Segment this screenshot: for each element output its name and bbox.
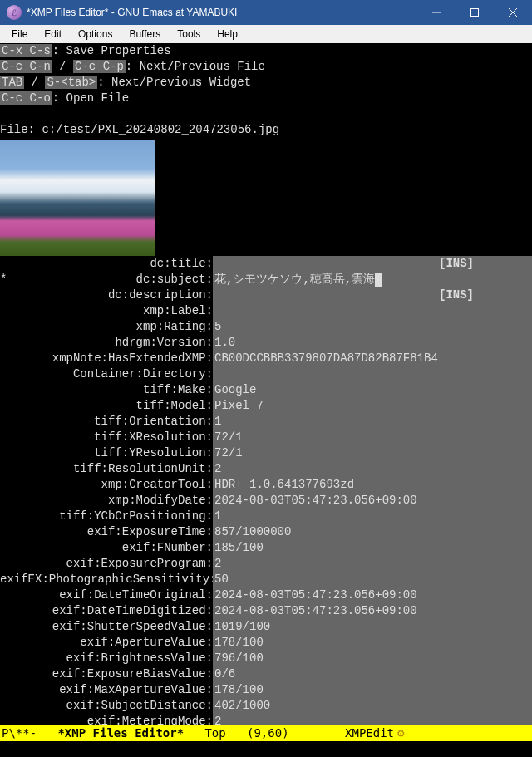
- ins-badge[interactable]: [INS]: [439, 288, 474, 303]
- menu-options[interactable]: Options: [70, 28, 121, 40]
- field-label: exif:SubjectDistance:: [0, 698, 213, 714]
- file-path: c:/test/PXL_20240802_204723056.jpg: [42, 123, 279, 136]
- field-row: dc:title: [INS]: [0, 256, 532, 272]
- emacs-icon: ℰ: [7, 5, 22, 20]
- field-value[interactable]: 5: [213, 319, 532, 335]
- field-label: xmp:ModifyDate:: [0, 493, 213, 509]
- field-value[interactable]: CB00DCCBBB3379807DA87D82B87F81B4: [213, 351, 532, 366]
- field-value[interactable]: [INS]: [213, 256, 532, 272]
- minibuf[interactable]: [0, 741, 532, 757]
- field-value[interactable]: 2: [213, 556, 532, 572]
- field-value[interactable]: 178/100: [213, 682, 532, 698]
- field-value[interactable]: 1: [213, 414, 532, 430]
- field-label: exif:ApertureValue:: [0, 635, 213, 651]
- field-row: exif:MeteringMode: 2: [0, 714, 532, 725]
- field-row: hdrgm:Version: 1.0: [0, 335, 532, 351]
- close-button[interactable]: [494, 0, 532, 25]
- field-label: exif:MeteringMode:: [0, 714, 213, 725]
- field-value[interactable]: 1: [213, 509, 532, 524]
- help-line-save: C-x C-s: Save Properties: [0, 43, 532, 59]
- field-value[interactable]: 402/1000: [213, 698, 532, 714]
- modified-star-icon: *: [0, 272, 7, 288]
- editor-area[interactable]: C-x C-s: Save Properties C-c C-n / C-c C…: [0, 43, 532, 725]
- menu-file[interactable]: File: [3, 28, 36, 40]
- modeline-buffer: *XMP Files Editor*: [57, 725, 184, 741]
- field-value[interactable]: 50: [213, 572, 532, 587]
- field-value[interactable]: [213, 303, 532, 319]
- svg-rect-1: [471, 9, 479, 17]
- field-value[interactable]: 2024-08-03T05:47:23.056+09:00: [213, 493, 532, 509]
- field-row: tiff:ResolutionUnit: 2: [0, 461, 532, 477]
- field-row: exif:ApertureValue: 178/100: [0, 635, 532, 651]
- field-label: exif:ExposureTime:: [0, 524, 213, 540]
- field-value[interactable]: 2024-08-03T05:47:23.056+09:00: [213, 587, 532, 603]
- field-value[interactable]: 花,シモツケソウ,穂高岳,雲海: [213, 272, 532, 288]
- help-line-nextfile: C-c C-n / C-c C-p: Next/Previous File: [0, 59, 532, 75]
- field-row: xmp:Rating: 5: [0, 319, 532, 335]
- field-label: tiff:YResolution:: [0, 445, 213, 461]
- field-label: tiff:Orientation:: [0, 414, 213, 430]
- field-label: exif:ExposureProgram:: [0, 556, 213, 572]
- field-label: exif:ExposureBiasValue:: [0, 666, 213, 682]
- field-row: Container:Directory:: [0, 366, 532, 382]
- field-value[interactable]: 1.0: [213, 335, 532, 351]
- field-value[interactable]: 185/100: [213, 540, 532, 556]
- file-path-line: File: c:/test/PXL_20240802_204723056.jpg: [0, 122, 532, 138]
- modeline-mode: XMPEdit: [345, 725, 394, 741]
- field-label: dc:title:: [0, 256, 213, 272]
- field-value[interactable]: 2: [213, 714, 532, 725]
- field-row: tiff:Make: Google: [0, 382, 532, 398]
- field-value[interactable]: 2024-08-03T05:47:23.056+09:00: [213, 603, 532, 619]
- field-value[interactable]: 72/1: [213, 430, 532, 445]
- field-label: hdrgm:Version:: [0, 335, 213, 351]
- ins-badge[interactable]: [INS]: [439, 256, 474, 272]
- field-value[interactable]: 1019/100: [213, 619, 532, 635]
- maximize-button[interactable]: [456, 0, 494, 25]
- field-row: exif:ExposureBiasValue: 0/6: [0, 666, 532, 682]
- menu-help[interactable]: Help: [209, 28, 246, 40]
- field-row: exif:FNumber: 185/100: [0, 540, 532, 556]
- field-label: tiff:XResolution:: [0, 430, 213, 445]
- field-value[interactable]: 178/100: [213, 635, 532, 651]
- menu-buffers[interactable]: Buffers: [121, 28, 169, 40]
- text-cursor: [375, 273, 382, 287]
- field-row: exif:SubjectDistance: 402/1000: [0, 698, 532, 714]
- field-label: exif:BrightnessValue:: [0, 651, 213, 666]
- image-thumbnail: [0, 140, 155, 256]
- minimize-button[interactable]: [417, 0, 456, 25]
- field-value[interactable]: HDR+ 1.0.641377693zd: [213, 477, 532, 493]
- emacs-menubar: File Edit Options Buffers Tools Help: [0, 25, 532, 43]
- blank-line: [0, 106, 532, 122]
- field-row: tiff:Model: Pixel 7: [0, 398, 532, 414]
- modeline-position: Top (9,60): [184, 725, 345, 741]
- field-label: exif:DateTimeDigitized:: [0, 603, 213, 619]
- field-value[interactable]: 796/100: [213, 651, 532, 666]
- field-value[interactable]: [213, 366, 532, 382]
- field-label: dc:subject:: [0, 272, 213, 288]
- field-value[interactable]: 72/1: [213, 445, 532, 461]
- gear-icon: ⚙: [397, 725, 404, 741]
- field-row: tiff:XResolution: 72/1: [0, 430, 532, 445]
- field-value[interactable]: 0/6: [213, 666, 532, 682]
- field-label: xmp:Label:: [0, 303, 213, 319]
- field-row: xmpNote:HasExtendedXMP: CB00DCCBBB337980…: [0, 351, 532, 366]
- field-label: xmp:CreatorTool:: [0, 477, 213, 493]
- menu-tools[interactable]: Tools: [169, 28, 209, 40]
- field-value[interactable]: Pixel 7: [213, 398, 532, 414]
- field-row: xmp:CreatorTool: HDR+ 1.0.641377693zd: [0, 477, 532, 493]
- field-value[interactable]: [INS]: [213, 288, 532, 303]
- help-line-nextwidget: TAB / S-<tab>: Next/Previous Widget: [0, 75, 532, 91]
- field-row: tiff:YResolution: 72/1: [0, 445, 532, 461]
- field-row: tiff:Orientation: 1: [0, 414, 532, 430]
- field-label: tiff:YCbCrPositioning:: [0, 509, 213, 524]
- field-label: exifEX:PhotographicSensitivity:: [0, 572, 213, 587]
- field-row: *dc:subject: 花,シモツケソウ,穂高岳,雲海: [0, 272, 532, 288]
- field-value[interactable]: 2: [213, 461, 532, 477]
- field-value[interactable]: Google: [213, 382, 532, 398]
- field-label: tiff:Make:: [0, 382, 213, 398]
- field-row: exif:MaxApertureValue: 178/100: [0, 682, 532, 698]
- xmp-fields: dc:title: [INS]*dc:subject: 花,シモツケソウ,穂高岳…: [0, 256, 532, 725]
- window-title: *XMP Files Editor* - GNU Emacs at YAMABU…: [27, 7, 417, 18]
- field-value[interactable]: 857/1000000: [213, 524, 532, 540]
- menu-edit[interactable]: Edit: [36, 28, 70, 40]
